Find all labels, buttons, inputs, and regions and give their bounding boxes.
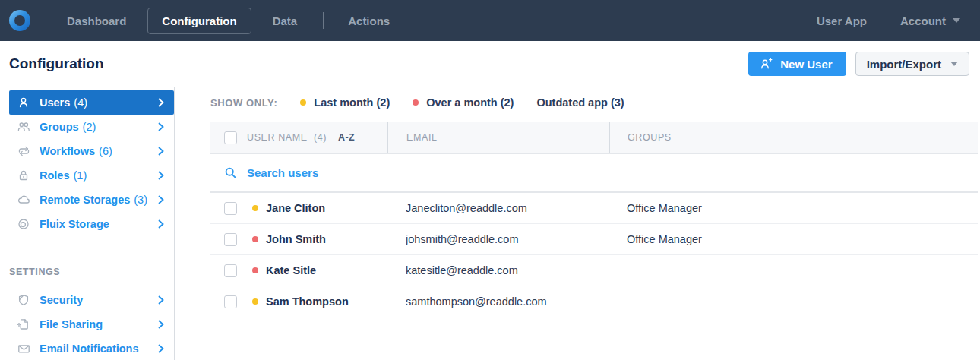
user-name-cell: Sam Thompson	[266, 295, 406, 308]
column-email: EMAIL	[387, 122, 609, 153]
email-cell: samthompson@readdle.com	[406, 295, 627, 308]
user-icon	[17, 96, 32, 109]
user-name-cell: Jane Cliton	[266, 202, 406, 214]
sidebar: Users (4) Groups (2)	[9, 87, 175, 360]
sidebar-item-label: Workflows	[40, 145, 95, 157]
nav-divider	[323, 12, 324, 29]
sidebar-item-workflows[interactable]: Workflows (6)	[9, 139, 174, 163]
account-label: Account	[900, 14, 946, 27]
filter-label: Outdated app (3)	[536, 96, 624, 109]
chevron-right-icon	[158, 122, 164, 131]
sidebar-item-count: (3)	[134, 194, 147, 206]
column-user-name: USER NAME (4) A-Z	[237, 132, 387, 143]
select-all-checkbox[interactable]	[224, 131, 237, 144]
row-checkbox[interactable]	[224, 264, 237, 277]
sidebar-item-count: (6)	[99, 145, 112, 157]
user-name-header: USER NAME (4)	[247, 132, 327, 143]
row-checkbox[interactable]	[224, 233, 237, 246]
sidebar-item-label: Roles	[40, 169, 70, 182]
sidebar-item-label: Fluix Storage	[40, 218, 109, 230]
yellow-dot-icon	[300, 99, 306, 106]
nav-actions[interactable]: Actions	[334, 8, 403, 33]
sort-a-z[interactable]: A-Z	[338, 132, 355, 143]
filter-label: Over a month (2)	[426, 96, 514, 109]
sidebar-item-count: (4)	[74, 96, 87, 109]
import-export-button[interactable]: Import/Export	[855, 52, 969, 76]
sidebar-item-file-sharing[interactable]: File Sharing	[9, 312, 174, 336]
user-app-link[interactable]: User App	[817, 14, 867, 27]
lock-icon	[17, 169, 32, 182]
workflow-icon	[17, 144, 32, 158]
search-placeholder: Search users	[247, 166, 318, 179]
group-icon	[17, 120, 32, 134]
email-cell: katesitle@readdle.com	[406, 264, 627, 276]
sidebar-item-users[interactable]: Users (4)	[9, 90, 174, 115]
email-cell: Janecliton@readdle.com	[406, 202, 627, 214]
page-header: Configuration New User Import/Export	[0, 41, 980, 87]
status-dot-icon	[252, 298, 258, 305]
sidebar-item-label: Groups	[40, 121, 79, 133]
sidebar-item-label: Security	[40, 294, 83, 306]
sidebar-item-remote-storages[interactable]: Remote Storages (3)	[9, 188, 174, 212]
chevron-right-icon	[158, 344, 164, 353]
table-row[interactable]: Kate Sitle katesitle@readdle.com	[210, 255, 978, 286]
account-menu[interactable]: Account	[900, 14, 960, 27]
chevron-down-icon	[950, 62, 958, 66]
main-content: SHOW ONLY: Last month (2) Over a month (…	[175, 87, 980, 360]
nav-data[interactable]: Data	[259, 8, 311, 33]
settings-section-label: SETTINGS	[9, 267, 174, 277]
filter-bar: SHOW ONLY: Last month (2) Over a month (…	[210, 96, 978, 109]
cloud-icon	[17, 193, 32, 207]
chevron-down-icon	[953, 18, 960, 23]
fluix-logo[interactable]	[9, 10, 30, 31]
sidebar-item-fluix-storage[interactable]: Fluix Storage	[9, 212, 174, 236]
table-row[interactable]: John Smith johsmith@readdle.com Office M…	[210, 224, 978, 255]
filter-last-month[interactable]: Last month (2)	[300, 96, 390, 109]
users-table: USER NAME (4) A-Z EMAIL GROUPS Search us…	[210, 122, 978, 317]
chevron-right-icon	[158, 219, 164, 229]
filter-label: Last month (2)	[314, 96, 390, 109]
import-export-label: Import/Export	[867, 58, 941, 71]
row-checkbox[interactable]	[224, 202, 237, 215]
filter-over-a-month[interactable]: Over a month (2)	[413, 96, 514, 109]
sidebar-item-roles[interactable]: Roles (1)	[9, 163, 174, 188]
status-dot-icon	[252, 267, 258, 273]
chevron-right-icon	[158, 295, 164, 305]
search-icon	[224, 166, 237, 179]
add-user-icon	[759, 57, 773, 71]
table-row[interactable]: Jane Cliton Janecliton@readdle.com Offic…	[210, 193, 978, 224]
search-users-input[interactable]: Search users	[210, 154, 978, 193]
sidebar-item-email-notifications[interactable]: Email Notifications	[9, 336, 174, 360]
sidebar-item-count: (2)	[83, 121, 96, 133]
show-only-label: SHOW ONLY:	[210, 97, 277, 109]
chevron-right-icon	[158, 195, 164, 204]
sidebar-item-label: Remote Storages	[40, 194, 130, 206]
table-header: USER NAME (4) A-Z EMAIL GROUPS	[210, 122, 978, 154]
nav-dashboard[interactable]: Dashboard	[53, 8, 140, 33]
shield-icon	[17, 293, 32, 307]
top-bar: Dashboard Configuration Data Actions Use…	[0, 0, 980, 41]
top-navigation: Dashboard Configuration Data Actions	[53, 8, 411, 34]
fluix-ring-icon	[17, 217, 32, 231]
red-dot-icon	[413, 99, 419, 106]
chevron-right-icon	[158, 147, 164, 156]
chevron-right-icon	[158, 171, 164, 180]
chevron-right-icon	[158, 320, 164, 329]
filter-outdated-app[interactable]: Outdated app (3)	[536, 96, 624, 109]
file-upload-icon	[17, 317, 32, 331]
user-name-cell: Kate Sitle	[266, 264, 406, 276]
groups-cell: Office Manager	[627, 202, 978, 214]
chevron-right-icon	[158, 98, 164, 107]
sidebar-item-label: Email Notifications	[40, 343, 139, 355]
new-user-button[interactable]: New User	[748, 52, 846, 76]
user-name-cell: John Smith	[266, 233, 406, 245]
table-row[interactable]: Sam Thompson samthompson@readdle.com	[210, 286, 978, 317]
sidebar-item-count: (1)	[74, 169, 87, 182]
sidebar-item-groups[interactable]: Groups (2)	[9, 115, 174, 139]
sidebar-item-security[interactable]: Security	[9, 288, 174, 312]
envelope-icon	[17, 342, 32, 355]
header-actions: New User Import/Export	[748, 52, 969, 76]
row-checkbox[interactable]	[224, 295, 237, 308]
nav-configuration[interactable]: Configuration	[147, 8, 251, 34]
page-title: Configuration	[9, 55, 104, 72]
